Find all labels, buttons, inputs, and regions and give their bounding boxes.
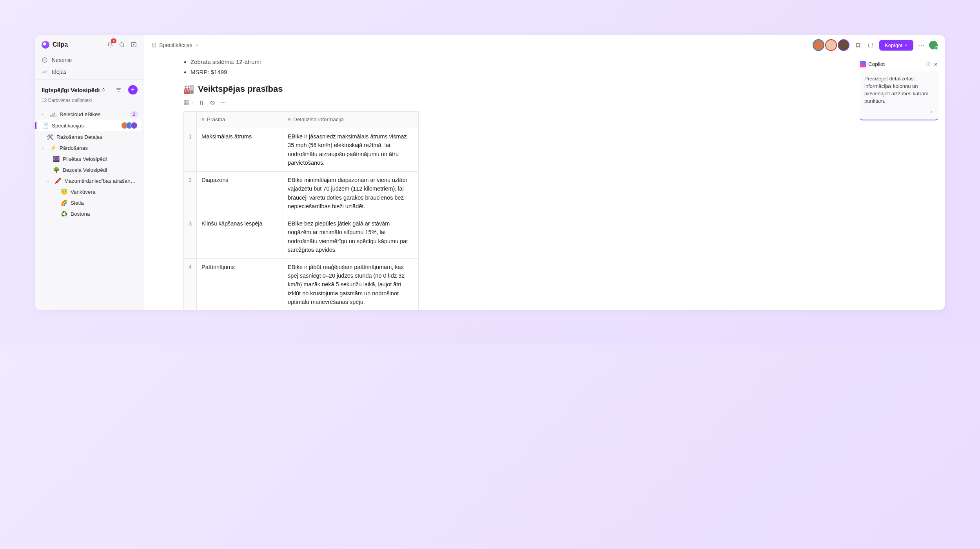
copilot-message: Precizējiet detalizētās informācijas kol… (864, 75, 934, 105)
doc-icon (151, 42, 157, 48)
table-row[interactable]: 2DiapazonsEBike minimālajam diapazonam a… (184, 171, 419, 215)
presence-avatars[interactable] (813, 39, 849, 51)
tree-item-vancouver[interactable]: 😇 Vankūvera (35, 186, 144, 197)
view-button[interactable] (183, 100, 193, 105)
doc-icon: 📄 (42, 122, 49, 129)
sidebar: Cilpa 8 Nesenie Idejas (35, 35, 144, 310)
main-area: Specifikācijas Kopīgot ⋯ (144, 35, 945, 310)
row-number: 1 (184, 128, 197, 171)
sidebar-header: Cilpa 8 (35, 35, 144, 54)
table-toolbar: ⋯ (183, 98, 853, 111)
svg-point-5 (859, 43, 860, 44)
app-logo (42, 41, 49, 49)
send-button[interactable]: → (864, 107, 934, 116)
text-icon: ≡ (288, 116, 291, 122)
row-requirement[interactable]: Maksimālais ātrums (197, 128, 283, 171)
copilot-title: Copilot (868, 61, 924, 67)
avatar (813, 39, 824, 51)
list-item: Zobrata sistēma: 12-ātrumi (191, 57, 853, 67)
col-number (184, 112, 197, 128)
copilot-toggle-button[interactable] (867, 41, 875, 49)
section-heading: 🏭 Veiktspējas prasības (183, 84, 853, 94)
hide-button[interactable] (210, 100, 215, 105)
nav-tree: › 🚲 Relecloud eBikes 2 📄 Specifikācijas … (35, 107, 144, 221)
workspace-title[interactable]: Ilgtspējīgi Velosipēdi (42, 87, 106, 93)
nav-ideas[interactable]: Idejas (35, 66, 144, 78)
row-detail[interactable]: EBike bez piepūles jātiek galā ar stāvām… (283, 215, 419, 258)
row-detail[interactable]: EBike minimālajam diapazonam ar vienu uz… (283, 171, 419, 215)
tree-item-sales[interactable]: ⌄ ⚡ Pārdošanas (35, 142, 144, 153)
list-item: MSRP: $1499 (191, 67, 853, 77)
svg-rect-11 (184, 103, 186, 105)
tree-item-offroad[interactable]: 🌳 Bezceļa Velosipēdi (35, 164, 144, 175)
row-number: 2 (184, 171, 197, 215)
more-button[interactable]: ⋯ (918, 42, 924, 49)
chevron-down-icon (904, 43, 908, 47)
copilot-message-card[interactable]: Precizējiet detalizētās informācijas kol… (860, 71, 938, 120)
panel-toggle-button[interactable] (130, 41, 138, 49)
share-button[interactable]: Kopīgot (879, 40, 913, 51)
notifications-button[interactable]: 8 (106, 41, 114, 49)
factory-icon: 🏭 (183, 84, 194, 94)
table-row[interactable]: 4PaātrinājumsEBike ir jābūt reaģējošam p… (184, 258, 419, 310)
tree-item-relecloud[interactable]: › 🚲 Relecloud eBikes 2 (35, 109, 144, 120)
nav-recent[interactable]: Nesenie (35, 54, 144, 66)
table-more-button[interactable]: ⋯ (221, 100, 226, 106)
search-button[interactable] (118, 41, 126, 49)
tree-item-specifications[interactable]: 📄 Specifikācijas (38, 120, 142, 131)
avatar (825, 39, 837, 51)
row-requirement[interactable]: Diapazons (197, 171, 283, 215)
tree-item-boston[interactable]: ♻️ Bostona (35, 208, 144, 219)
chevron-down-icon: ⌄ (46, 179, 51, 183)
recycle-icon: ♻️ (60, 211, 67, 217)
count-badge: 2 (131, 111, 138, 117)
chevron-updown-icon (101, 87, 106, 92)
row-detail[interactable]: EBike ir jābūt reaģējošam paātrinājumam,… (283, 258, 419, 310)
tree-item-city[interactable]: 🌆 Pilsētas Velosipēdi (35, 153, 144, 164)
brand-name: Cilpa (53, 41, 103, 48)
face-icon: 😇 (60, 189, 67, 195)
svg-rect-12 (187, 103, 188, 105)
close-button[interactable] (933, 62, 938, 67)
tree-item-retail[interactable]: ⌄ 🖍️ Mazumtirdzniecības atrašanās vi... (35, 175, 144, 186)
chevron-down-icon: ⌄ (42, 146, 46, 150)
copilot-logo (860, 61, 866, 67)
nav-ideas-label: Idejas (52, 69, 66, 75)
city-icon: 🌆 (53, 156, 60, 162)
breadcrumb[interactable]: Specifikācijas (151, 42, 808, 48)
tree-item-seattle[interactable]: 🌈 Sietla (35, 197, 144, 208)
col-requirement[interactable]: ≡Prasība (197, 112, 283, 128)
col-detail[interactable]: ≡Detalizēta informācija (283, 112, 419, 128)
pencil-icon: 🖍️ (54, 178, 61, 184)
table-row[interactable]: 1Maksimālais ātrumsEBike ir jāsasniedz m… (184, 128, 419, 171)
add-button[interactable]: + (128, 85, 138, 95)
row-detail[interactable]: EBike ir jāsasniedz maksimālais ātrums v… (283, 128, 419, 171)
info-icon[interactable]: ⓘ (926, 61, 931, 67)
copilot-header: Copilot ⓘ (860, 61, 938, 67)
svg-point-6 (856, 46, 857, 47)
svg-rect-9 (184, 101, 186, 102)
tree-item-production[interactable]: 🛠️ Ražošanas Detaļas (35, 131, 144, 142)
workspace-subtitle: 12 Darbvietas dalībnieki (35, 98, 144, 107)
table-row[interactable]: 3Klinšu kāpšanas iespējaEBike bez piepūl… (184, 215, 419, 258)
filter-button[interactable] (116, 85, 125, 95)
bike-icon: 🚲 (49, 111, 56, 117)
row-requirement[interactable]: Paātrinājums (197, 258, 283, 310)
chevron-right-icon: › (42, 112, 46, 116)
svg-point-4 (856, 43, 857, 44)
user-avatar[interactable] (929, 41, 938, 49)
sort-button[interactable] (199, 100, 204, 105)
row-number: 4 (184, 258, 197, 310)
notifications-badge: 8 (111, 38, 116, 43)
topbar: Specifikācijas Kopīgot ⋯ (144, 35, 945, 55)
requirements-table: ≡Prasība ≡Detalizēta informācija 1Maksim… (183, 111, 419, 310)
text-icon: ≡ (201, 116, 205, 122)
svg-rect-10 (187, 101, 188, 102)
svg-point-0 (120, 43, 123, 46)
chevron-down-icon (122, 88, 125, 91)
row-requirement[interactable]: Klinšu kāpšanas iespēja (197, 215, 283, 258)
tools-icon: 🛠️ (46, 134, 53, 140)
document-body[interactable]: Zobrata sistēma: 12-ātrumi MSRP: $1499 🏭… (144, 55, 853, 310)
command-button[interactable] (854, 41, 862, 49)
row-number: 3 (184, 215, 197, 258)
